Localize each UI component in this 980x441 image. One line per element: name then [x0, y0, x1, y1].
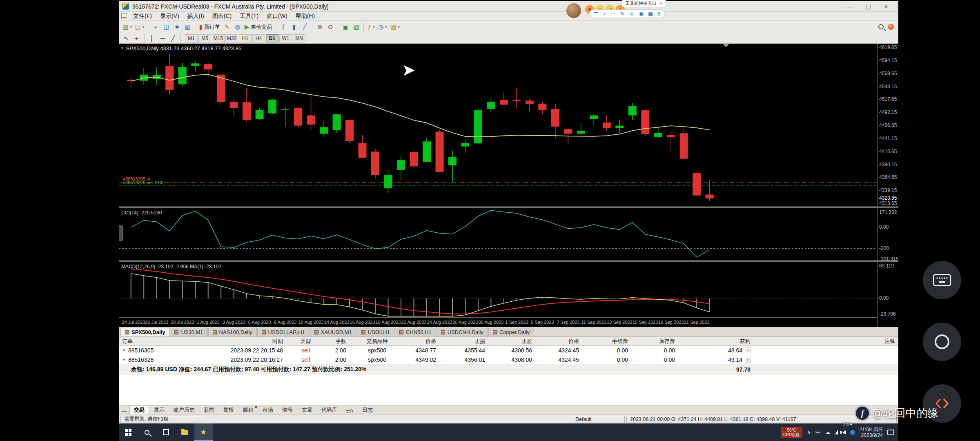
column-header[interactable]: 价格	[535, 338, 582, 345]
line-mode-button[interactable]: ╱	[300, 22, 310, 32]
menu-item[interactable]: 工具(T)	[236, 12, 262, 20]
column-header[interactable]: 获利	[678, 338, 754, 345]
timeframe-m1[interactable]: M1	[185, 34, 198, 42]
macd-indicator-chart[interactable]	[119, 262, 877, 317]
terminal-tab[interactable]: 交易	[129, 405, 149, 414]
cpu-temperature-badge[interactable]: 56°C CPU温度	[781, 427, 802, 438]
column-header[interactable]: 注释	[754, 338, 898, 345]
face-icon[interactable]: ☺	[629, 11, 634, 17]
number-icon[interactable]: 8	[657, 11, 660, 17]
maximize-button[interactable]: ▢	[859, 2, 877, 11]
terminal-tab[interactable]: 展示	[150, 406, 169, 414]
record-icon[interactable]: ◉	[639, 11, 644, 17]
chart-tab[interactable]: USOil,H1	[357, 328, 394, 336]
status-profile[interactable]: Default	[572, 416, 625, 423]
zoom-out-button[interactable]: ⊖	[325, 22, 335, 32]
chart-tab[interactable]: CHN50,H1	[395, 328, 436, 336]
menu-item[interactable]: 图表(C)	[209, 12, 235, 20]
cci-indicator-chart[interactable]	[119, 208, 877, 260]
tray-expand-icon[interactable]: ∧	[807, 429, 811, 435]
toolbox-shortcut-panel[interactable]: 工具箱快捷入口 ×	[622, 0, 666, 7]
terminal-tab[interactable]: 文章	[298, 406, 316, 414]
network-icon[interactable]	[835, 430, 838, 434]
terminal-tab[interactable]: 市场	[258, 406, 277, 414]
chart-tab[interactable]: USDCNH,Daily	[437, 328, 488, 336]
chart-tab[interactable]: US30,M1	[170, 328, 207, 336]
input-method-indicator[interactable]: 中	[815, 429, 821, 436]
edit-icon[interactable]: ✎	[620, 11, 625, 17]
cursor-tool-button[interactable]: ↖	[121, 33, 131, 43]
minimize-button[interactable]: —	[841, 2, 859, 11]
start-button[interactable]	[119, 423, 138, 441]
chart-tab[interactable]: USDOLLAR,H1	[257, 328, 310, 336]
panel-edge-tab[interactable]	[119, 225, 123, 241]
close-button[interactable]: ×	[877, 2, 895, 11]
column-header[interactable]: 手续费	[582, 338, 631, 345]
close-order-button[interactable]: ×	[745, 347, 751, 353]
home-nav-button[interactable]	[923, 323, 961, 361]
column-header[interactable]: 止盈	[488, 338, 535, 345]
terminal-tab[interactable]: 邮箱	[239, 406, 258, 414]
timeframe-w1[interactable]: W1	[279, 34, 292, 42]
task-view-button[interactable]	[156, 423, 175, 441]
column-header[interactable]: 库存费	[631, 338, 678, 345]
terminal-panel-button[interactable]: ▦	[183, 22, 192, 32]
input-method-icon[interactable]: 中	[593, 10, 599, 18]
terminal-tab[interactable]: 警报	[219, 406, 238, 414]
column-header[interactable]: 止损	[439, 338, 488, 345]
terminal-tab[interactable]: 代码库	[317, 406, 341, 414]
market-watch-button[interactable]: +	[151, 22, 160, 32]
arrange-windows-button[interactable]: ▧	[351, 22, 361, 32]
profiles-button[interactable]: ▤▾	[134, 22, 146, 32]
chart-tab[interactable]: SPX500,Daily	[120, 328, 169, 336]
web-terminal-button[interactable]: ◍	[233, 22, 243, 32]
terminal-tab[interactable]: 日志	[358, 406, 377, 414]
chart-area[interactable]: #88516305 sl#88516328 sell 2.00 4619.654…	[119, 44, 898, 327]
chart-tab[interactable]: XAUUSD,M1	[310, 328, 356, 336]
timeframe-m5[interactable]: M5	[198, 34, 211, 42]
templates-button[interactable]: ▨▾	[389, 22, 401, 32]
close-order-button[interactable]: ×	[745, 357, 751, 363]
navigator-button[interactable]: ★	[172, 22, 182, 32]
volume-icon[interactable]	[842, 430, 846, 434]
more-icon[interactable]: ⋯	[610, 11, 616, 17]
tile-windows-button[interactable]: ▣	[341, 22, 350, 32]
terminal-tab[interactable]: 新闻	[200, 406, 218, 414]
bluetooth-icon[interactable]	[850, 430, 855, 435]
menu-item[interactable]: 文件(F)	[129, 12, 156, 20]
zoom-in-button[interactable]: ⊕	[315, 22, 325, 32]
terminal-tab[interactable]: 账户历史	[169, 406, 199, 414]
chart-tab[interactable]: Copper,Daily	[488, 328, 534, 336]
column-header[interactable]: 价格	[405, 338, 439, 345]
timeframe-mn[interactable]: MN	[293, 34, 305, 42]
search-button[interactable]	[138, 423, 156, 441]
menu-item[interactable]: 帮助(H)	[292, 12, 318, 20]
avatar[interactable]	[566, 2, 582, 19]
candlestick-chart[interactable]: #88516305 sl#88516328 sell 2.00	[119, 44, 877, 206]
action-center-icon[interactable]	[887, 430, 894, 435]
order-row[interactable]: ▼885163282023.09.22 20:16:27sell2.00spx5…	[119, 355, 898, 365]
keyboard-nav-button[interactable]	[923, 261, 961, 299]
timeframe-h4[interactable]: H4	[252, 34, 265, 42]
grid-icon[interactable]: ▦	[648, 11, 653, 17]
vertical-line-tool-button[interactable]: │	[147, 33, 157, 43]
new-chart-button[interactable]: ▥▾	[121, 22, 133, 32]
mt4-app-button[interactable]: ★	[194, 423, 213, 441]
auto-trading-button[interactable]: ▶自动交易	[243, 22, 274, 32]
onedrive-icon[interactable]: ☁	[825, 429, 831, 435]
indicators-button[interactable]: ƒ▾	[366, 22, 376, 32]
data-window-button[interactable]: ◫	[161, 22, 171, 32]
date-axis[interactable]: 24 Jul 202326 Jul 202328 Jul 20231 Aug 2…	[119, 317, 877, 327]
trendline-tool-button[interactable]: ╱	[168, 33, 178, 43]
timeframe-d1[interactable]: D1	[266, 34, 278, 42]
one-click-toggle-icon[interactable]: ▾	[121, 45, 124, 51]
file-explorer-button[interactable]	[175, 423, 194, 441]
crosshair-tool-button[interactable]: +	[132, 33, 142, 43]
timeframe-m30[interactable]: M30	[225, 34, 238, 42]
menu-item[interactable]: 窗口(W)	[263, 12, 291, 20]
price-axis[interactable]: 4619.654594.154568.654543.154517.654492.…	[877, 44, 898, 327]
terminal-tab[interactable]: EA	[342, 407, 357, 414]
terminal-tab-scroll[interactable]: ◄►	[120, 410, 129, 414]
column-header[interactable]: 时间	[180, 338, 286, 345]
periods-button[interactable]: ◷▾	[377, 22, 388, 32]
